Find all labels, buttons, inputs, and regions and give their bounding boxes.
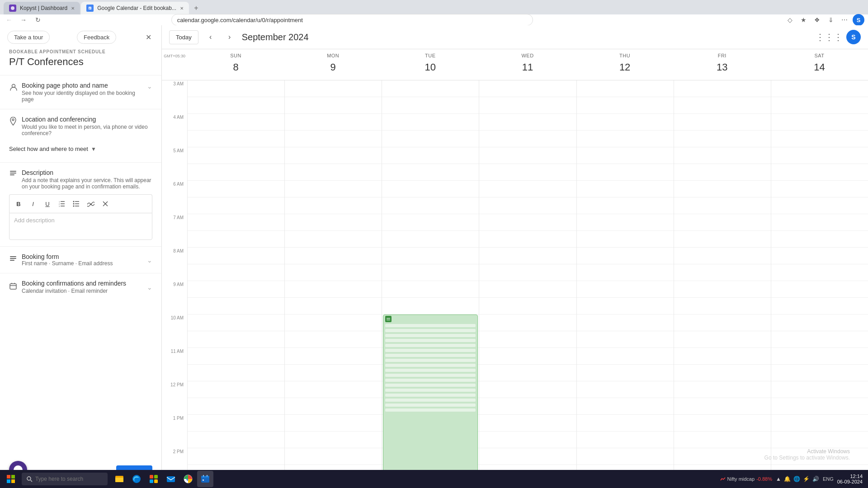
svg-rect-41 [150, 475, 153, 479]
confirmations-content: Booking confirmations and reminders Cale… [22, 280, 147, 294]
feedback-button[interactable]: Feedback [77, 31, 116, 44]
calendar-event[interactable] [383, 314, 478, 488]
browser-profile-avatar[interactable]: S [853, 14, 864, 26]
location-select-dropdown[interactable]: Select how and where to meet ▼ [9, 142, 152, 156]
apps-grid-icon[interactable]: ⋮⋮⋮ [816, 32, 843, 42]
day-header-thu: THU 12 [576, 49, 674, 80]
location-header: Location and conferencing Would you like… [9, 116, 152, 136]
windows-start-button[interactable] [2, 470, 20, 488]
extensions-button[interactable]: ◇ [785, 14, 796, 25]
today-button[interactable]: Today [169, 30, 198, 44]
svg-rect-27 [10, 284, 16, 289]
booking-photo-icon [9, 82, 22, 94]
confirmations-subtitle: Calendar invitation · Email reminder [22, 288, 147, 294]
taskbar: Nifty midcap -0.88% ▲ 🔔 🌐 ⚡ 🔊 ENG 12:14 … [0, 470, 868, 488]
description-subtitle: Add a note that explains your service. T… [22, 177, 152, 190]
tab-gcal-close[interactable]: ✕ [180, 6, 184, 11]
close-panel-button[interactable]: ✕ [143, 32, 154, 43]
taskbar-app-mail[interactable] [163, 471, 179, 487]
bookmark-button[interactable]: ★ [798, 14, 809, 25]
svg-point-19 [73, 201, 75, 202]
location-select-label: Select how and where to meet [9, 145, 88, 152]
taskbar-app-files[interactable] [111, 471, 127, 487]
taskbar-right: Nifty midcap -0.88% ▲ 🔔 🌐 ⚡ 🔊 ENG 12:14 … [720, 474, 866, 484]
day-column-fri [674, 80, 771, 488]
time-8am: 8 AM [162, 248, 187, 264]
taskbar-app-chrome[interactable] [180, 471, 196, 487]
booking-photo-section[interactable]: Booking page photo and name See how your… [0, 75, 161, 109]
day-header-tue: TUE 10 [382, 49, 479, 80]
svg-rect-42 [154, 475, 158, 479]
bold-button[interactable]: B [12, 197, 25, 210]
tab-kopyst[interactable]: Kopyst | Dashboard ✕ [4, 2, 80, 14]
taskbar-app-calendar[interactable] [197, 471, 213, 487]
time-7am: 7 AM [162, 214, 187, 231]
italic-button[interactable]: I [27, 197, 39, 210]
svg-rect-8 [10, 173, 16, 174]
location-content: Location and conferencing Would you like… [22, 116, 152, 136]
time-12pm: 12 PM [162, 381, 187, 398]
svg-rect-26 [10, 260, 14, 261]
svg-rect-39 [115, 478, 123, 482]
new-tab-button[interactable]: + [190, 2, 203, 14]
description-icon [9, 169, 22, 180]
tab-kopyst-close[interactable]: ✕ [71, 6, 75, 11]
confirmations-section[interactable]: Booking confirmations and reminders Cale… [0, 273, 161, 300]
more-button[interactable]: ⋯ [839, 14, 850, 25]
download-button[interactable]: ⇓ [826, 14, 836, 25]
address-bar: ← → ↻ calendar.google.com/calendar/u/0/r… [0, 14, 868, 25]
description-section: Description Add a note that explains you… [0, 162, 161, 246]
day-column-thu [576, 80, 674, 488]
booking-form-section[interactable]: Booking form First name · Surname · Emai… [0, 246, 161, 273]
booking-photo-chevron: ⌄ [147, 83, 152, 90]
svg-rect-4 [89, 9, 90, 9]
day-header-fri: FRI 13 [674, 49, 771, 80]
taskbar-search[interactable] [22, 473, 108, 485]
left-panel: Take a tour Feedback ✕ BOOKABLE APPOINTM… [0, 25, 162, 488]
next-week-button[interactable]: › [223, 30, 236, 44]
description-title: Description [22, 169, 152, 176]
tab-google-cal[interactable]: Google Calendar - Edit bookab... ✕ [81, 2, 189, 14]
calendar-panel: Today ‹ › September 2024 ⋮⋮⋮ S GMT+05:30… [162, 25, 868, 488]
calendar-profile-avatar[interactable]: S [846, 30, 861, 44]
taskbar-lang: ENG [823, 476, 834, 482]
take-tour-button[interactable]: Take a tour [7, 31, 50, 44]
underline-button[interactable]: U [41, 197, 54, 210]
description-header: Description Add a note that explains you… [9, 169, 152, 190]
tab-bar: Kopyst | Dashboard ✕ Google Calendar - E… [0, 0, 868, 14]
svg-rect-44 [154, 479, 158, 483]
time-10am: 10 AM [162, 314, 187, 331]
reload-button[interactable]: ↻ [33, 14, 43, 25]
day-header-wed: WED 11 [479, 49, 576, 80]
gmt-offset: GMT+05:30 [162, 49, 187, 80]
back-button[interactable]: ← [4, 14, 14, 25]
location-select-arrow-icon: ▼ [91, 146, 96, 152]
time-2pm: 2 PM [162, 448, 187, 465]
taskbar-app-store[interactable] [146, 471, 162, 487]
booking-form-icon [9, 254, 22, 265]
taskbar-search-input[interactable] [35, 476, 103, 482]
calendar-toolbar: Today ‹ › September 2024 ⋮⋮⋮ S [162, 25, 868, 49]
svg-text:3: 3 [59, 205, 60, 207]
event-stripes [385, 324, 476, 412]
booking-form-content: Booking form First name · Surname · Emai… [22, 253, 147, 267]
day-column-wed [479, 80, 576, 488]
ordered-list-button[interactable]: 123 [56, 197, 68, 210]
time-9am: 9 AM [162, 281, 187, 298]
svg-rect-7 [10, 171, 16, 172]
kopyst-favicon [9, 5, 16, 12]
forward-button[interactable]: → [18, 14, 29, 25]
svg-rect-9 [10, 174, 14, 175]
prev-week-button[interactable]: ‹ [204, 30, 217, 44]
theme-button[interactable]: ❖ [812, 14, 823, 25]
url-bar[interactable]: calendar.google.com/calendar/u/0/r/appoi… [171, 14, 533, 26]
unordered-list-button[interactable] [70, 197, 83, 210]
svg-rect-30 [387, 318, 390, 321]
day-header-sat: SAT 14 [771, 49, 868, 80]
link-button[interactable] [85, 197, 97, 210]
clear-format-button[interactable] [99, 197, 112, 210]
description-textarea[interactable]: Add description [9, 213, 152, 240]
day-column-tue [382, 80, 479, 488]
taskbar-app-edge[interactable] [128, 471, 145, 487]
calendar-title: September 2024 [242, 32, 810, 42]
